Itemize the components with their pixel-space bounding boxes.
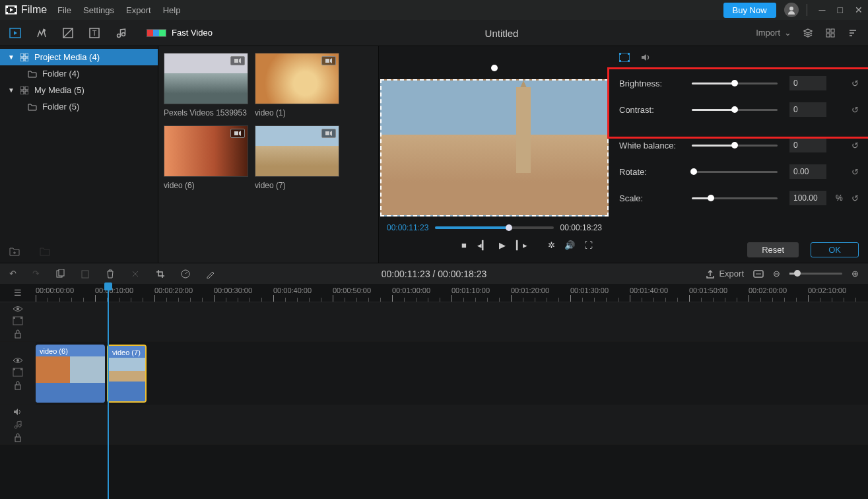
video-badge-icon — [230, 129, 245, 138]
fast-video-button[interactable]: Fast Video — [147, 28, 213, 38]
media-label: video (7) — [255, 181, 339, 190]
redo-icon[interactable]: ↷ — [32, 269, 40, 279]
menu-settings[interactable]: Settings — [83, 5, 114, 15]
scale-slider[interactable] — [692, 197, 778, 199]
settings-gear-icon[interactable]: ✲ — [548, 240, 555, 250]
audio-props-tab-icon[interactable] — [640, 53, 651, 62]
media-label: video (6) — [164, 181, 248, 190]
stop-icon[interactable]: ■ — [461, 240, 467, 250]
reset-icon[interactable]: ↺ — [851, 141, 859, 150]
ruler-label: 00:01:50:00 — [689, 286, 727, 294]
svg-rect-47 — [20, 368, 22, 370]
filme-icon — [5, 4, 17, 16]
add-folder-icon[interactable] — [9, 247, 20, 256]
sidebar-item-my-media[interactable]: ▼ My Media (5) — [0, 82, 158, 98]
sidebar-item-project-media[interactable]: ▼ Project Media (4) — [0, 49, 158, 65]
crop-icon[interactable] — [156, 269, 165, 279]
delete-icon[interactable] — [106, 269, 115, 279]
lock-icon[interactable] — [14, 329, 22, 339]
transitions-tab-icon[interactable] — [62, 27, 74, 39]
media-item[interactable]: video (6) — [164, 125, 248, 190]
timeline-clip-selected[interactable]: video (7) — [107, 345, 147, 403]
timeline-menu-icon[interactable]: ☰ — [0, 284, 36, 302]
brightness-input[interactable] — [789, 76, 826, 90]
rotate-input[interactable] — [789, 164, 826, 179]
sort-icon[interactable] — [847, 27, 859, 39]
reset-icon[interactable]: ↺ — [851, 167, 859, 177]
sidebar-item-folder-1[interactable]: Folder (4) — [0, 65, 158, 82]
ok-button[interactable]: OK — [811, 242, 859, 257]
timeline-clip[interactable]: video (6) — [36, 345, 105, 403]
ruler-label: 00:00:50:00 — [333, 286, 371, 294]
next-frame-icon[interactable]: ▎▸ — [516, 240, 527, 250]
preview-marker[interactable] — [491, 65, 498, 71]
preview-progress[interactable] — [435, 226, 553, 229]
rotate-slider[interactable] — [692, 171, 778, 173]
zoom-slider[interactable] — [789, 273, 842, 275]
grid-view-icon[interactable] — [824, 27, 836, 39]
white-balance-slider[interactable] — [692, 145, 778, 147]
reset-icon[interactable]: ↺ — [851, 193, 859, 203]
svg-point-50 — [18, 424, 21, 427]
split-icon[interactable] — [131, 269, 140, 279]
volume-icon[interactable] — [13, 408, 22, 416]
menu-help[interactable]: Help — [163, 5, 181, 15]
playhead[interactable] — [108, 284, 109, 499]
layers-icon[interactable] — [802, 27, 814, 39]
speed-icon[interactable] — [181, 269, 190, 279]
preview-frame[interactable] — [380, 79, 609, 216]
scale-input[interactable] — [789, 191, 826, 205]
edit-icon[interactable] — [206, 269, 215, 279]
reset-button[interactable]: Reset — [747, 242, 799, 257]
contrast-input[interactable] — [789, 102, 826, 117]
buy-now-button[interactable]: Buy Now — [723, 3, 776, 18]
close-icon[interactable]: ✕ — [855, 5, 863, 15]
delete-folder-icon[interactable] — [40, 247, 50, 256]
play-icon[interactable]: ▶ — [499, 240, 506, 250]
zoom-out-icon[interactable]: ⊖ — [773, 269, 780, 279]
media-tab-icon[interactable] — [9, 27, 21, 39]
effects-tab-icon[interactable] — [36, 27, 48, 39]
paste-icon[interactable] — [81, 269, 90, 279]
media-item[interactable]: video (1) — [255, 53, 339, 117]
zoom-in-icon[interactable]: ⊕ — [851, 269, 859, 279]
svg-point-5 — [789, 7, 793, 11]
reset-icon[interactable]: ↺ — [851, 79, 859, 88]
ruler-label: 00:02:00:00 — [749, 286, 787, 294]
svg-rect-24 — [25, 91, 28, 94]
minimize-icon[interactable]: ─ — [819, 5, 826, 15]
video-props-tab-icon[interactable] — [619, 53, 630, 62]
lock-icon[interactable] — [14, 381, 22, 390]
contrast-slider[interactable] — [692, 109, 778, 111]
ruler-label: 00:02:10:00 — [808, 286, 846, 294]
visibility-icon[interactable] — [13, 306, 23, 312]
prev-frame-icon[interactable]: ◂▎ — [477, 240, 488, 250]
copy-icon[interactable] — [55, 269, 65, 279]
menu-export[interactable]: Export — [126, 5, 151, 15]
fit-icon[interactable] — [753, 270, 764, 278]
lock-icon[interactable] — [14, 433, 22, 442]
text-tab-icon[interactable]: T — [88, 27, 100, 39]
prop-label: Scale: — [619, 193, 685, 203]
reset-icon[interactable]: ↺ — [851, 105, 859, 115]
menu-file[interactable]: File — [57, 5, 71, 15]
fullscreen-icon[interactable]: ⛶ — [584, 240, 593, 250]
volume-icon[interactable]: 🔊 — [564, 240, 575, 250]
import-button[interactable]: Import ⌄ — [756, 28, 791, 38]
sidebar-label: Folder (5) — [42, 102, 79, 112]
media-item[interactable]: Pexels Videos 1539953 — [164, 53, 248, 117]
undo-icon[interactable]: ↶ — [9, 269, 17, 279]
prop-white-balance: White balance: ↺ — [619, 132, 859, 158]
white-balance-input[interactable] — [789, 138, 826, 152]
maximize-icon[interactable]: □ — [838, 5, 843, 15]
media-item[interactable]: video (7) — [255, 125, 339, 190]
audio-tab-icon[interactable] — [115, 27, 127, 39]
brightness-slider[interactable] — [692, 83, 778, 84]
visibility-icon[interactable] — [13, 357, 23, 364]
sidebar-item-folder-2[interactable]: Folder (5) — [0, 98, 158, 115]
user-avatar-icon[interactable] — [784, 3, 799, 17]
export-icon[interactable]: Export — [706, 269, 744, 279]
video-badge-icon — [230, 56, 245, 65]
titlebar: Filme File Settings Export Help Buy Now … — [0, 0, 868, 20]
timeline-ruler[interactable]: 00:00:00:0000:00:10:0000:00:20:0000:00:3… — [36, 284, 868, 302]
